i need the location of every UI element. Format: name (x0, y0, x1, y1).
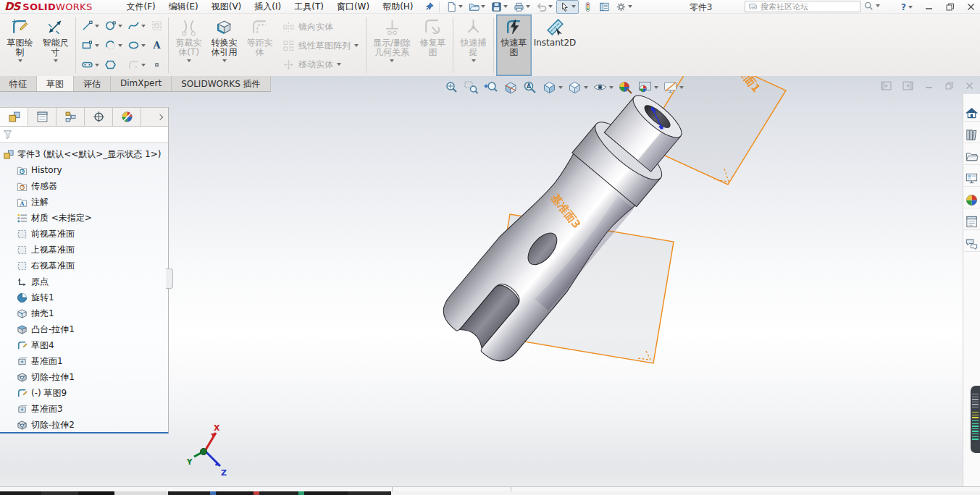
line-tool[interactable] (79, 20, 101, 32)
close-button[interactable] (966, 2, 976, 12)
dropdown-caret-icon[interactable] (472, 59, 476, 62)
convert-entities-button[interactable]: 转换实体引用 (206, 14, 242, 76)
dropdown-caret-icon[interactable] (908, 6, 913, 9)
select-button[interactable] (556, 0, 579, 14)
tree-item-sketch9[interactable]: (-) 草图9 (0, 385, 168, 401)
linear-pattern-button[interactable]: 线性草图阵列 (277, 36, 364, 55)
move-entities-button[interactable]: 移动实体 (277, 55, 364, 74)
menu-insert[interactable]: 插入(I) (248, 0, 288, 14)
doc-restore-button[interactable] (945, 81, 954, 90)
side-scroll-widget[interactable] (971, 386, 980, 453)
restore-button[interactable] (945, 2, 955, 12)
dropdown-caret-icon[interactable] (390, 59, 394, 62)
pane-toggle-right-icon[interactable] (902, 81, 913, 90)
panel-expand-button[interactable] (141, 108, 168, 126)
dropdown-caret-icon[interactable] (354, 44, 359, 47)
pin-menu-button[interactable] (424, 1, 435, 12)
tree-item-sensors[interactable]: 传感器 (0, 178, 168, 194)
dropdown-caret-icon[interactable] (558, 86, 563, 89)
display-delete-relations-button[interactable]: 显示/删除几何关系 (369, 14, 415, 76)
instant2d-button[interactable]: Instant2D (532, 14, 578, 76)
trim-entities-button[interactable]: 剪裁实体(T) (171, 14, 206, 76)
search-input[interactable]: 搜索社区论坛 (745, 1, 860, 12)
dropdown-caret-icon[interactable] (222, 59, 227, 62)
view-annotations-button[interactable]: A (521, 78, 539, 96)
rebuild-button[interactable] (580, 1, 595, 13)
dropdown-caret-icon[interactable] (571, 5, 576, 8)
ellipse-tool[interactable] (125, 39, 148, 51)
pane-toggle-left-icon[interactable] (881, 81, 892, 90)
view-settings-button[interactable] (661, 78, 685, 96)
dropdown-caret-icon[interactable] (187, 59, 191, 62)
dropdown-caret-icon[interactable] (95, 25, 99, 28)
tree-item-front-plane[interactable]: 前视基准面 (0, 226, 168, 242)
display-style-button[interactable] (566, 78, 590, 96)
tab-dimxpert[interactable]: DimXpert (111, 76, 172, 91)
tab-addins[interactable]: SOLIDWORKS 插件 (172, 76, 270, 91)
tree-item-cut-extrude1[interactable]: 切除-拉伸1 (0, 369, 168, 385)
view-orientation-button[interactable] (540, 78, 564, 96)
dropdown-caret-icon[interactable] (337, 63, 341, 66)
hide-show-items-button[interactable] (591, 78, 615, 96)
file-explorer-tab[interactable] (964, 149, 980, 165)
custom-properties-tab[interactable] (964, 214, 980, 230)
tree-item-shell1[interactable]: 抽壳1 (0, 305, 168, 321)
tree-item-plane1[interactable]: 基准面1 (0, 353, 168, 369)
new-document-button[interactable] (444, 1, 465, 13)
menu-window[interactable]: 窗口(W) (330, 0, 376, 14)
minimize-button[interactable] (924, 2, 934, 12)
dropdown-caret-icon[interactable] (609, 86, 613, 89)
options-list-button[interactable] (597, 1, 612, 13)
graphics-area[interactable]: 基准面1 基准面3 X Z Y (0, 76, 980, 495)
dropdown-caret-icon[interactable] (481, 5, 485, 8)
point-tool[interactable] (148, 59, 165, 71)
spline-tool[interactable] (125, 20, 148, 32)
apply-scene-button[interactable] (636, 78, 660, 96)
save-button[interactable] (489, 1, 510, 13)
displaymanager-tab[interactable] (113, 108, 141, 126)
print-button[interactable] (511, 1, 532, 13)
menu-file[interactable]: 文件(F) (120, 0, 162, 14)
tab-features[interactable]: 特征 (0, 76, 37, 91)
panel-splitter-handle[interactable] (166, 268, 173, 289)
home-tab[interactable] (964, 106, 980, 122)
configurationmanager-tab[interactable] (56, 108, 85, 126)
text-tool[interactable]: A (148, 39, 165, 51)
featuremanager-tab[interactable] (0, 108, 28, 126)
undo-button[interactable] (534, 1, 555, 13)
search-button[interactable] (863, 1, 880, 11)
tree-item-plane3[interactable]: 基准面3 (0, 401, 168, 417)
menu-tools[interactable]: 工具(T) (288, 0, 330, 14)
open-button[interactable] (466, 1, 487, 13)
dropdown-caret-icon[interactable] (95, 44, 99, 47)
dropdown-caret-icon[interactable] (18, 59, 22, 62)
repair-sketch-button[interactable]: 修复草图 (415, 14, 451, 76)
options-button[interactable] (613, 1, 635, 13)
polygon-tool[interactable] (102, 59, 125, 71)
dropdown-caret-icon[interactable] (503, 5, 508, 8)
quick-snaps-button[interactable]: 快速捕捉 (456, 14, 491, 76)
tree-item-boss-extrude1[interactable]: 凸台-拉伸1 (0, 321, 168, 337)
dropdown-caret-icon[interactable] (876, 4, 880, 7)
tree-item-history[interactable]: History (0, 162, 168, 178)
sketch-button[interactable]: 草图绘制 (2, 14, 38, 76)
dropdown-caret-icon[interactable] (458, 5, 463, 8)
dropdown-caret-icon[interactable] (141, 25, 146, 28)
dropdown-caret-icon[interactable] (584, 86, 588, 89)
dimxpertmanager-tab[interactable] (85, 108, 113, 126)
dropdown-caret-icon[interactable] (141, 44, 146, 47)
doc-minimize-button[interactable] (924, 81, 934, 90)
zoom-to-area-button[interactable] (462, 78, 480, 96)
help-button[interactable]: ? (901, 2, 913, 12)
dropdown-caret-icon[interactable] (118, 25, 122, 28)
dropdown-caret-icon[interactable] (628, 5, 632, 8)
tab-evaluate[interactable]: 评估 (74, 76, 111, 91)
dropdown-caret-icon[interactable] (141, 64, 146, 67)
trim-box-tool[interactable] (148, 20, 165, 32)
section-view-button[interactable] (501, 78, 519, 96)
dropdown-caret-icon[interactable] (526, 5, 530, 8)
dropdown-caret-icon[interactable] (679, 86, 684, 89)
tree-item-right-plane[interactable]: 右视基准面 (0, 258, 168, 274)
dropdown-caret-icon[interactable] (95, 64, 99, 67)
forum-tab[interactable] (964, 236, 980, 252)
